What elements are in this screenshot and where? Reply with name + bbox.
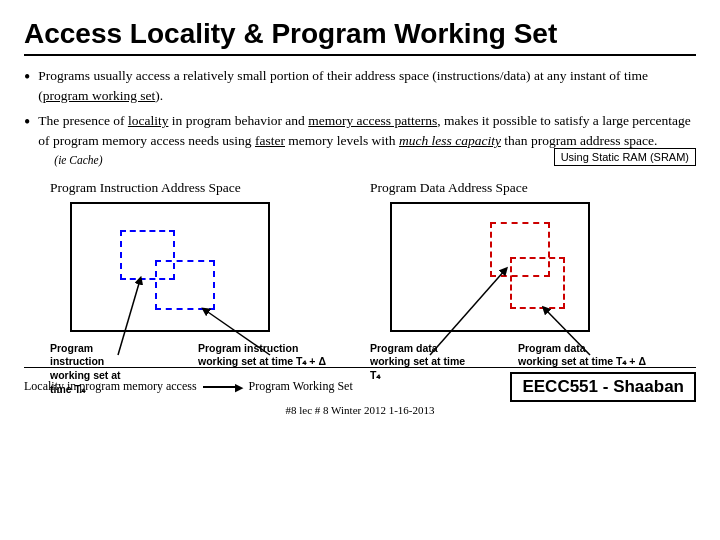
bullet-row-1: • Programs usually access a relatively s…: [24, 66, 696, 105]
ie-cache-label: (ie Cache): [54, 154, 102, 166]
left-diagram-label: Program Instruction Address Space: [50, 180, 241, 196]
right-t4-label: Program data working set at time T₄: [370, 342, 470, 383]
locality-term: locality: [128, 113, 169, 128]
right-diagram-label: Program Data Address Space: [370, 180, 528, 196]
bullet-dot-2: •: [24, 113, 30, 131]
left-tdelta-label: Program instruction working set at time …: [198, 342, 328, 369]
locality-arrow: [203, 381, 243, 393]
right-dashed-box-2: [510, 257, 565, 309]
right-diagram-canvas: Program data working set at time T₄ Prog…: [370, 202, 660, 357]
memory-access-term: memory access patterns: [308, 113, 437, 128]
left-diagram-block: Program Instruction Address Space: [50, 180, 350, 357]
slide-title: Access Locality & Program Working Set: [24, 18, 696, 56]
right-diagram-block: Program Data Address Space: [370, 180, 670, 357]
slide: Access Locality & Program Working Set • …: [0, 0, 720, 540]
sram-box: Using Static RAM (SRAM): [554, 148, 696, 166]
left-diagram-canvas: Program instruction working set at time …: [50, 202, 340, 357]
left-dashed-box-2: [155, 260, 215, 310]
bullet-dot-1: •: [24, 68, 30, 86]
eecc-box: EECC551 - Shaaban: [510, 372, 696, 402]
faster-term: faster: [255, 133, 285, 148]
working-set-label: Program Working Set: [249, 379, 353, 394]
much-less-term: much less capacity: [399, 133, 501, 148]
bullet-text-1: Programs usually access a relatively sma…: [38, 66, 696, 105]
program-working-set-term: program working set: [43, 88, 155, 103]
left-t4-label: Program instruction working set at time …: [50, 342, 145, 397]
right-tdelta-label: Program data working set at time T₄ + Δ: [518, 342, 648, 369]
footer: #8 lec # 8 Winter 2012 1-16-2013: [24, 404, 696, 416]
diagrams-row: Program Instruction Address Space: [24, 180, 696, 357]
